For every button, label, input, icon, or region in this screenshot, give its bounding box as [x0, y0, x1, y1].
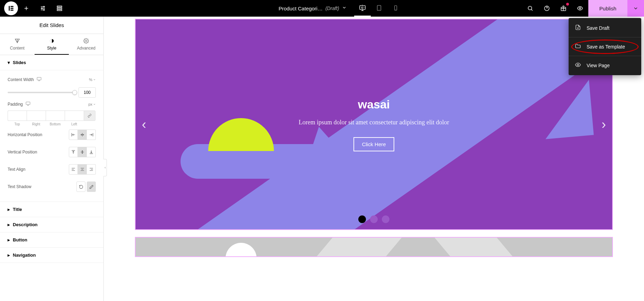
padding-right-input[interactable]	[27, 110, 46, 121]
help-button[interactable]	[539, 0, 555, 17]
main-layout: Edit Slides Content Style Advanced ▾ Sli…	[0, 17, 644, 301]
finder-search-button[interactable]	[522, 0, 539, 17]
publish-label: Publish	[599, 6, 616, 11]
section-description-label: Description	[13, 222, 38, 227]
sidebar-scroll[interactable]: ▾ Slides Content Width % Padd	[0, 55, 103, 301]
svg-rect-18	[37, 77, 41, 80]
responsive-icon[interactable]	[37, 77, 42, 82]
dropdown-divider	[569, 56, 641, 56]
padding-labels: Top Right Bottom Left	[8, 122, 96, 126]
add-element-button[interactable]	[18, 0, 35, 17]
next-section-preview[interactable]	[135, 237, 613, 257]
whats-new-button[interactable]	[555, 0, 572, 17]
section-title-header[interactable]: ▸ Title	[0, 202, 103, 217]
save-draft-label: Save Draft	[587, 25, 609, 31]
document-title: Product Categori…	[278, 6, 323, 11]
notification-dot-icon	[566, 3, 569, 6]
desktop-device-button[interactable]	[354, 0, 371, 17]
v-align-bottom-button[interactable]	[87, 147, 96, 157]
view-page-label: View Page	[587, 63, 610, 68]
slide-prev-button[interactable]: ‹	[142, 117, 146, 132]
tab-style[interactable]: Style	[35, 34, 69, 55]
h-align-left-button[interactable]	[69, 130, 78, 140]
placeholder-shape	[432, 237, 523, 257]
text-align-center-button[interactable]	[78, 164, 87, 175]
slide-description: Lorem ipsum dolor sit amet consectetur a…	[299, 119, 449, 126]
unit-selector[interactable]: %	[89, 78, 96, 82]
responsive-icon[interactable]	[26, 101, 30, 107]
section-slides-header[interactable]: ▾ Slides	[0, 55, 103, 70]
caret-down-icon: ▾	[8, 60, 10, 65]
padding-top-input[interactable]	[8, 110, 27, 121]
link-values-button[interactable]	[84, 110, 95, 121]
sidebar-header: Edit Slides	[0, 17, 103, 34]
section-button-label: Button	[13, 237, 27, 242]
slide-title: wasai	[299, 98, 449, 111]
tab-style-label: Style	[47, 46, 56, 51]
preview-button[interactable]	[572, 0, 588, 17]
slide-next-button[interactable]: ›	[601, 117, 606, 132]
section-description-header[interactable]: ▸ Description	[0, 217, 103, 232]
padding-row: Padding px	[8, 98, 96, 110]
slide-cta-button[interactable]: Click Here	[353, 137, 394, 151]
publish-options-button[interactable]	[627, 0, 644, 17]
h-align-center-button[interactable]	[78, 130, 87, 140]
text-align-right-button[interactable]	[87, 164, 96, 175]
slide-dot-2[interactable]	[370, 215, 378, 223]
padding-bottom-input[interactable]	[46, 110, 65, 121]
editor-canvas[interactable]: ‹ › wasai Lorem ipsum dolor sit amet con…	[104, 17, 644, 301]
svg-rect-8	[360, 6, 366, 9]
text-shadow-label: Text Shadow	[8, 184, 31, 189]
v-align-top-button[interactable]	[69, 147, 78, 157]
dropdown-divider	[569, 37, 641, 37]
horizontal-position-row: Horizontal Position	[8, 126, 96, 143]
save-template-label: Save as Template	[587, 44, 625, 50]
h-align-right-button[interactable]	[87, 130, 96, 140]
v-align-middle-button[interactable]	[78, 147, 87, 157]
mobile-device-button[interactable]	[387, 0, 404, 17]
text-shadow-row: Text Shadow	[8, 178, 96, 195]
padding-bottom-label: Bottom	[46, 122, 65, 126]
content-width-input[interactable]	[79, 87, 96, 98]
slide-content: wasai Lorem ipsum dolor sit amet consect…	[299, 98, 449, 151]
section-title-label: Title	[13, 207, 22, 212]
slider-track[interactable]	[8, 92, 75, 93]
horizontal-position-label: Horizontal Position	[8, 132, 42, 137]
slide-dot-3[interactable]	[382, 215, 389, 223]
site-settings-button[interactable]	[35, 0, 51, 17]
svg-point-6	[44, 9, 45, 10]
section-navigation-header[interactable]: ▸ Navigation	[0, 248, 103, 263]
svg-point-11	[528, 6, 532, 10]
padding-left-input[interactable]	[65, 110, 84, 121]
content-width-slider	[8, 87, 96, 98]
slider-thumb[interactable]	[72, 90, 77, 95]
slide-dot-1[interactable]	[358, 215, 366, 223]
edit-shadow-button[interactable]	[87, 182, 96, 192]
save-draft-icon	[575, 24, 581, 32]
doc-dropdown-icon[interactable]	[342, 5, 347, 11]
tab-advanced-label: Advanced	[77, 46, 95, 51]
structure-button[interactable]	[51, 0, 68, 17]
save-as-template-item[interactable]: Save as Template	[569, 38, 641, 55]
save-draft-item[interactable]: Save Draft	[569, 19, 641, 36]
tab-advanced[interactable]: Advanced	[69, 34, 103, 55]
slides-widget[interactable]: ‹ › wasai Lorem ipsum dolor sit amet con…	[135, 19, 613, 230]
responsive-devices	[354, 0, 404, 17]
text-align-left-button[interactable]	[69, 164, 78, 175]
elementor-logo[interactable]	[4, 1, 18, 15]
vertical-position-row: Vertical Position	[8, 143, 96, 161]
publish-button[interactable]: Publish	[588, 0, 627, 17]
folder-icon	[575, 43, 581, 50]
text-align-label: Text Align	[8, 167, 25, 172]
view-page-item[interactable]: View Page	[569, 57, 641, 74]
text-align-group	[69, 164, 96, 175]
svg-point-15	[577, 64, 579, 66]
tablet-device-button[interactable]	[371, 0, 387, 17]
unit-selector[interactable]: px	[88, 102, 96, 106]
collapse-sidebar-button[interactable]	[103, 159, 107, 176]
padding-right-label: Right	[27, 122, 46, 126]
section-button-header[interactable]: ▸ Button	[0, 232, 103, 248]
tab-content[interactable]: Content	[0, 34, 35, 55]
reset-button[interactable]	[76, 182, 85, 192]
svg-point-4	[44, 6, 45, 7]
